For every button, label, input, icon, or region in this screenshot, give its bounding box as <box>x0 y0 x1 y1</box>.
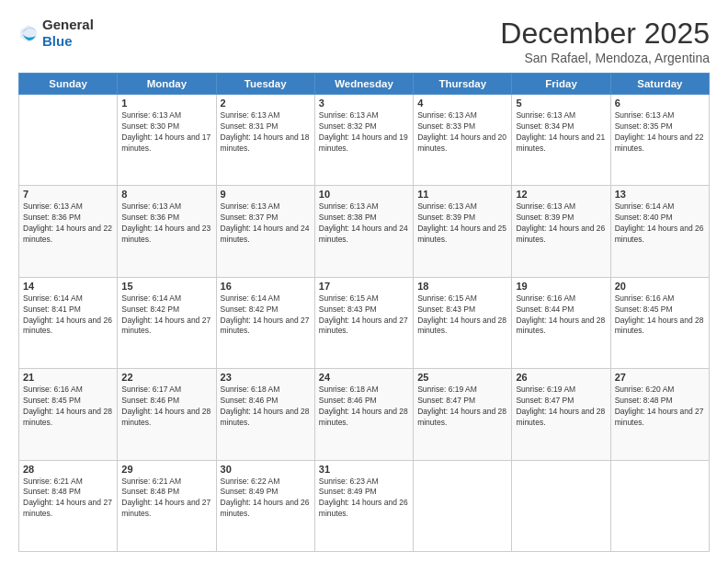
day-number: 22 <box>121 372 211 383</box>
page: General Blue December 2025 San Rafael, M… <box>0 0 728 563</box>
day-info: Sunrise: 6:14 AMSunset: 8:41 PMDaylight:… <box>23 293 113 338</box>
day-info: Sunrise: 6:19 AMSunset: 8:47 PMDaylight:… <box>516 385 606 429</box>
day-number: 2 <box>221 98 311 109</box>
calendar-cell: 15 Sunrise: 6:14 AMSunset: 8:42 PMDaylig… <box>118 277 216 368</box>
day-info: Sunrise: 6:13 AMSunset: 8:30 PMDaylight:… <box>121 110 211 155</box>
calendar-cell: 2 Sunrise: 6:13 AMSunset: 8:31 PMDayligh… <box>216 95 314 186</box>
day-info: Sunrise: 6:13 AMSunset: 8:38 PMDaylight:… <box>319 201 409 246</box>
day-info: Sunrise: 6:13 AMSunset: 8:36 PMDaylight:… <box>23 201 113 246</box>
day-number: 16 <box>221 281 311 292</box>
day-number: 7 <box>23 189 113 200</box>
day-number: 19 <box>516 281 606 292</box>
calendar-cell: 12 Sunrise: 6:13 AMSunset: 8:39 PMDaylig… <box>512 186 610 277</box>
calendar-cell: 26 Sunrise: 6:19 AMSunset: 8:47 PMDaylig… <box>512 369 610 460</box>
day-info: Sunrise: 6:13 AMSunset: 8:39 PMDaylight:… <box>417 201 507 246</box>
header: General Blue December 2025 San Rafael, M… <box>18 17 710 65</box>
day-number: 8 <box>121 189 211 200</box>
day-info: Sunrise: 6:15 AMSunset: 8:43 PMDaylight:… <box>417 293 507 338</box>
calendar-cell: 28 Sunrise: 6:21 AMSunset: 8:48 PMDaylig… <box>19 460 118 551</box>
day-info: Sunrise: 6:20 AMSunset: 8:48 PMDaylight:… <box>615 385 705 429</box>
col-friday: Friday <box>512 74 610 95</box>
calendar-cell: 14 Sunrise: 6:14 AMSunset: 8:41 PMDaylig… <box>19 277 118 368</box>
calendar-cell: 20 Sunrise: 6:16 AMSunset: 8:45 PMDaylig… <box>610 277 709 368</box>
day-info: Sunrise: 6:13 AMSunset: 8:35 PMDaylight:… <box>615 110 705 155</box>
day-number: 17 <box>319 281 409 292</box>
month-title: December 2025 <box>500 17 710 51</box>
logo-general: General <box>42 17 94 32</box>
day-number: 3 <box>319 98 409 109</box>
calendar-cell: 17 Sunrise: 6:15 AMSunset: 8:43 PMDaylig… <box>314 277 413 368</box>
calendar-cell: 27 Sunrise: 6:20 AMSunset: 8:48 PMDaylig… <box>610 369 709 460</box>
logo-text-block: General Blue <box>42 17 94 50</box>
calendar-cell: 29 Sunrise: 6:21 AMSunset: 8:48 PMDaylig… <box>118 460 216 551</box>
calendar-cell <box>19 95 118 186</box>
col-saturday: Saturday <box>610 74 709 95</box>
day-info: Sunrise: 6:16 AMSunset: 8:45 PMDaylight:… <box>23 385 113 429</box>
calendar-cell: 18 Sunrise: 6:15 AMSunset: 8:43 PMDaylig… <box>414 277 512 368</box>
calendar-row: 28 Sunrise: 6:21 AMSunset: 8:48 PMDaylig… <box>19 460 710 551</box>
day-info: Sunrise: 6:17 AMSunset: 8:46 PMDaylight:… <box>121 385 211 429</box>
day-info: Sunrise: 6:13 AMSunset: 8:37 PMDaylight:… <box>221 201 311 246</box>
calendar-cell: 31 Sunrise: 6:23 AMSunset: 8:49 PMDaylig… <box>314 460 413 551</box>
logo: General Blue <box>18 17 94 50</box>
day-number: 27 <box>615 372 705 383</box>
calendar-cell <box>512 460 610 551</box>
day-info: Sunrise: 6:16 AMSunset: 8:44 PMDaylight:… <box>516 293 606 338</box>
calendar-cell: 19 Sunrise: 6:16 AMSunset: 8:44 PMDaylig… <box>512 277 610 368</box>
calendar-cell: 11 Sunrise: 6:13 AMSunset: 8:39 PMDaylig… <box>414 186 512 277</box>
day-number: 1 <box>121 98 211 109</box>
day-number: 24 <box>319 372 409 383</box>
logo-blue: Blue <box>42 33 73 49</box>
col-wednesday: Wednesday <box>314 74 413 95</box>
day-number: 30 <box>221 464 311 475</box>
calendar-cell <box>414 460 512 551</box>
day-info: Sunrise: 6:13 AMSunset: 8:31 PMDaylight:… <box>221 110 311 155</box>
calendar-cell: 22 Sunrise: 6:17 AMSunset: 8:46 PMDaylig… <box>118 369 216 460</box>
calendar-cell: 16 Sunrise: 6:14 AMSunset: 8:42 PMDaylig… <box>216 277 314 368</box>
calendar-cell: 9 Sunrise: 6:13 AMSunset: 8:37 PMDayligh… <box>216 186 314 277</box>
day-info: Sunrise: 6:14 AMSunset: 8:40 PMDaylight:… <box>615 201 705 246</box>
calendar-cell: 6 Sunrise: 6:13 AMSunset: 8:35 PMDayligh… <box>610 95 709 186</box>
day-number: 6 <box>615 98 705 109</box>
day-info: Sunrise: 6:14 AMSunset: 8:42 PMDaylight:… <box>121 293 211 338</box>
calendar-cell: 5 Sunrise: 6:13 AMSunset: 8:34 PMDayligh… <box>512 95 610 186</box>
calendar-cell: 30 Sunrise: 6:22 AMSunset: 8:49 PMDaylig… <box>216 460 314 551</box>
day-info: Sunrise: 6:16 AMSunset: 8:45 PMDaylight:… <box>615 293 705 338</box>
calendar-cell: 24 Sunrise: 6:18 AMSunset: 8:46 PMDaylig… <box>314 369 413 460</box>
day-number: 14 <box>23 281 113 292</box>
logo-icon <box>18 23 39 43</box>
col-sunday: Sunday <box>19 74 118 95</box>
day-number: 13 <box>615 189 705 200</box>
day-info: Sunrise: 6:13 AMSunset: 8:39 PMDaylight:… <box>516 201 606 246</box>
day-info: Sunrise: 6:15 AMSunset: 8:43 PMDaylight:… <box>319 293 409 338</box>
calendar-row: 21 Sunrise: 6:16 AMSunset: 8:45 PMDaylig… <box>19 369 710 460</box>
day-info: Sunrise: 6:18 AMSunset: 8:46 PMDaylight:… <box>319 385 409 429</box>
day-info: Sunrise: 6:21 AMSunset: 8:48 PMDaylight:… <box>121 477 211 521</box>
day-number: 29 <box>121 464 211 475</box>
day-info: Sunrise: 6:21 AMSunset: 8:48 PMDaylight:… <box>23 477 113 521</box>
col-monday: Monday <box>118 74 216 95</box>
day-number: 10 <box>319 189 409 200</box>
day-number: 23 <box>221 372 311 383</box>
day-number: 25 <box>417 372 507 383</box>
day-info: Sunrise: 6:13 AMSunset: 8:32 PMDaylight:… <box>319 110 409 155</box>
day-number: 15 <box>121 281 211 292</box>
calendar-cell: 21 Sunrise: 6:16 AMSunset: 8:45 PMDaylig… <box>19 369 118 460</box>
calendar-cell: 10 Sunrise: 6:13 AMSunset: 8:38 PMDaylig… <box>314 186 413 277</box>
calendar-cell: 4 Sunrise: 6:13 AMSunset: 8:33 PMDayligh… <box>414 95 512 186</box>
calendar-cell: 3 Sunrise: 6:13 AMSunset: 8:32 PMDayligh… <box>314 95 413 186</box>
day-number: 18 <box>417 281 507 292</box>
calendar-table: Sunday Monday Tuesday Wednesday Thursday… <box>18 73 710 552</box>
calendar-cell: 25 Sunrise: 6:19 AMSunset: 8:47 PMDaylig… <box>414 369 512 460</box>
calendar-row: 1 Sunrise: 6:13 AMSunset: 8:30 PMDayligh… <box>19 95 710 186</box>
day-number: 31 <box>319 464 409 475</box>
day-info: Sunrise: 6:23 AMSunset: 8:49 PMDaylight:… <box>319 477 409 521</box>
calendar-cell: 13 Sunrise: 6:14 AMSunset: 8:40 PMDaylig… <box>610 186 709 277</box>
day-number: 9 <box>221 189 311 200</box>
day-info: Sunrise: 6:14 AMSunset: 8:42 PMDaylight:… <box>221 293 311 338</box>
calendar-cell: 23 Sunrise: 6:18 AMSunset: 8:46 PMDaylig… <box>216 369 314 460</box>
calendar-row: 7 Sunrise: 6:13 AMSunset: 8:36 PMDayligh… <box>19 186 710 277</box>
day-number: 12 <box>516 189 606 200</box>
day-info: Sunrise: 6:13 AMSunset: 8:33 PMDaylight:… <box>417 110 507 155</box>
day-number: 26 <box>516 372 606 383</box>
